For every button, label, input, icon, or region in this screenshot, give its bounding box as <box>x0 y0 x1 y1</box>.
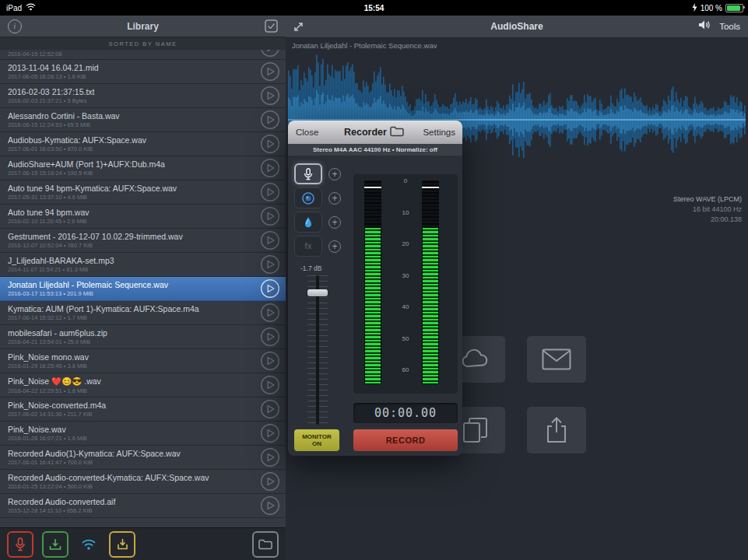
list-item[interactable]: Jonatan Liljedahl - Ptolemaic Sequence.w… <box>0 277 286 301</box>
play-button[interactable] <box>260 50 280 58</box>
play-button[interactable] <box>260 471 280 492</box>
file-info: Stereo WAVE (LPCM) 16 bit 44100 Hz 20:00… <box>673 194 742 225</box>
file-name: Pink_Noise.wav <box>8 425 260 434</box>
audiobus-input-button[interactable] <box>294 212 322 233</box>
settings-button[interactable]: Settings <box>423 121 455 144</box>
play-button[interactable] <box>260 86 280 106</box>
play-button[interactable] <box>260 399 280 419</box>
folder-icon[interactable] <box>390 126 404 140</box>
file-meta: 2015-12-28 14:11:10 • 656.2 KiB <box>8 507 260 514</box>
list-item[interactable]: Recorded Audio-converted-Kymatica: AUFX:… <box>0 470 286 494</box>
record-button[interactable]: RECORD <box>353 429 458 451</box>
list-item[interactable]: Gestrument - 2016-12-07 10.02.29-trimmed… <box>0 229 286 253</box>
play-button[interactable] <box>260 303 280 323</box>
fx-input-button[interactable]: fx <box>294 236 322 257</box>
file-name: Alessandro Cortini - Basta.wav <box>8 111 260 121</box>
play-button[interactable] <box>260 278 280 299</box>
import-button[interactable] <box>109 531 135 558</box>
file-depth: 16 bit 44100 Hz <box>673 205 742 215</box>
play-button[interactable] <box>260 182 280 202</box>
speaker-icon[interactable] <box>698 19 711 33</box>
list-item[interactable]: AudioShare+AUM (Port 1)+AUFX:Dub.m4a2017… <box>0 156 286 180</box>
level-meter-left <box>364 180 381 384</box>
tools-button[interactable]: Tools <box>719 22 740 31</box>
play-button[interactable] <box>260 158 280 178</box>
file-meta: 2016-04-21 13:54:01 • 25.9 MiB <box>8 338 260 345</box>
list-item[interactable]: Alessandro Cortini - Basta.wav2016-06-15… <box>0 108 286 132</box>
file-name: mobilesafari - aum6plus.zip <box>8 328 260 338</box>
file-meta: 2017-05-31 13:37:10 • 4.6 MiB <box>8 194 260 201</box>
info-button[interactable]: i <box>8 19 22 33</box>
play-button[interactable] <box>260 230 280 250</box>
gain-value: -1.7 dB <box>300 264 321 272</box>
file-name: Kymatica: AUM (Port 1)-Kymatica: AUFX:Sp… <box>8 304 260 313</box>
monitor-toggle-button[interactable]: MONITOR ON <box>294 429 339 451</box>
list-item[interactable]: Pink_Noise.wav2016-01-26 16:07:21 • 1.6 … <box>0 422 286 446</box>
mic-input-button[interactable] <box>294 163 322 184</box>
meter-scale-label: 10 <box>402 209 409 216</box>
record-time-display: 00:00.00 <box>353 403 458 423</box>
meter-scale-label: 50 <box>402 335 409 342</box>
add-mic-button[interactable]: + <box>328 168 341 180</box>
sort-bar[interactable]: SORTED BY NAME <box>0 37 286 50</box>
action-grid <box>446 336 586 453</box>
play-button[interactable] <box>260 447 280 467</box>
list-item[interactable]: Pink_Noise mono.wav2016-01-29 16:25:45 •… <box>0 349 286 373</box>
play-button[interactable] <box>260 375 280 395</box>
add-camera-button[interactable]: + <box>328 192 341 205</box>
slider-handle[interactable] <box>307 289 328 296</box>
list-item[interactable]: 2016-02-03 21:37:15.txt2016-02-03 21:37:… <box>0 84 286 108</box>
share-button[interactable] <box>527 407 586 453</box>
mail-button[interactable] <box>527 336 586 383</box>
meter-scale-label: 20 <box>402 240 409 247</box>
add-audiobus-button[interactable]: + <box>328 216 341 229</box>
file-name: Jonatan Liljedahl - Ptolemaic Sequence.w… <box>8 280 260 289</box>
play-button[interactable] <box>260 254 280 275</box>
file-name: Recorded Audio-converted-Kymatica: AUFX:… <box>8 473 260 482</box>
list-item[interactable]: J_Liljedahl-BARAKA-set.mp32014-11-07 11:… <box>0 253 286 277</box>
status-bar: iPad 15:54 100 % <box>0 0 748 16</box>
play-button[interactable] <box>260 110 280 130</box>
play-button[interactable] <box>260 495 280 516</box>
list-item[interactable]: 2013-11-04 16.04.21.mid2017-06-05 16:26:… <box>0 60 286 84</box>
play-button[interactable] <box>260 351 280 371</box>
library-panel: Library i SORTED BY NAME 2016-04-15 12:5… <box>0 16 286 560</box>
camera-input-button[interactable] <box>294 187 322 208</box>
file-name: Audiobus-Kymatica: AUFX:Space.wav <box>8 135 260 145</box>
file-meta: 2016-03-17 11:53:13 • 201.9 MiB <box>8 290 260 297</box>
record-mic-button[interactable] <box>7 531 33 558</box>
play-button[interactable] <box>260 61 280 82</box>
recorder-body: + + + fx + -1.7 dB <box>288 156 462 456</box>
file-name: J_Liljedahl-BARAKA-set.mp3 <box>8 256 260 265</box>
play-button[interactable] <box>260 423 280 443</box>
gain-slider[interactable] <box>302 275 333 425</box>
select-items-button[interactable] <box>265 19 278 33</box>
list-item[interactable]: 2016-04-15 12:52:06 <box>0 50 286 60</box>
list-item[interactable]: Auto tune 94 bpm.wav2016-02-10 11:20:45 … <box>0 205 286 229</box>
monitor-label-line2: ON <box>312 440 321 448</box>
list-item[interactable]: Kymatica: AUM (Port 1)-Kymatica: AUFX:Sp… <box>0 301 286 325</box>
fullscreen-icon[interactable] <box>293 21 304 33</box>
list-item[interactable]: Recorded Audio-converted.aif2015-12-28 1… <box>0 494 286 518</box>
play-button[interactable] <box>260 134 280 154</box>
list-item[interactable]: Pink_Noise ❤️😊😎 .wav2016-04-22 12:29:51 … <box>0 373 286 397</box>
list-item[interactable]: Auto tune 94 bpm-Kymatica: AUFX:Space.wa… <box>0 180 286 205</box>
close-button[interactable]: Close <box>296 121 318 144</box>
list-item[interactable]: Pink_Noise-converted.m4a2017-06-02 14:31… <box>0 397 286 422</box>
recorder-popup: Close Recorder Settings Stereo M4A AAC 4… <box>288 121 462 456</box>
file-name: 2016-02-03 21:37:15.txt <box>8 87 260 96</box>
play-button[interactable] <box>260 327 280 347</box>
wifi-transfer-button[interactable] <box>77 533 100 556</box>
list-item[interactable]: Recorded Audio(1)-Kymatica: AUFX:Space.w… <box>0 446 286 470</box>
list-item[interactable]: Audiobus-Kymatica: AUFX:Space.wav2017-06… <box>0 132 286 156</box>
new-folder-button[interactable] <box>252 531 279 558</box>
file-meta: 2016-01-25 13:22:04 • 500.0 KiB <box>8 483 260 490</box>
add-fx-button[interactable]: + <box>328 240 341 253</box>
recorder-title: Recorder <box>344 121 387 144</box>
list-item[interactable]: mobilesafari - aum6plus.zip2016-04-21 13… <box>0 325 286 349</box>
now-playing-title: Jonatan Liljedahl - Ptolemaic Sequence.w… <box>292 41 437 50</box>
file-meta: 2017-06-01 16:41:47 • 700.0 KiB <box>8 459 260 466</box>
meter-scale-label: 0 <box>404 177 407 184</box>
save-button[interactable] <box>42 531 68 558</box>
play-button[interactable] <box>260 206 280 226</box>
